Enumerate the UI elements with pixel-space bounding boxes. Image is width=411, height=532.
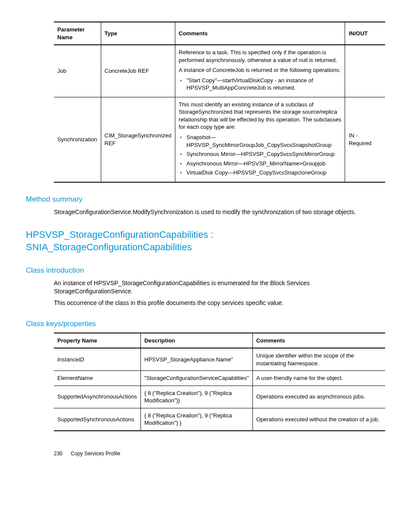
page-footer: 230 Copy Services Profile (54, 450, 385, 457)
cell-property-name: SupportedSynchronousActions (54, 408, 141, 431)
cell-comments: Reference to a task. This is specified o… (175, 45, 345, 97)
comments-text: This must identify an existing instance … (179, 101, 342, 131)
list-item: "Start Copy"—startVirtualDiskCopy - an i… (187, 77, 342, 92)
class-keys-heading: Class keys/properties (26, 319, 385, 329)
cell-inout (345, 45, 385, 97)
cell-property-name: ElementName (54, 371, 141, 386)
title-line-2: SNIA_StorageConfigurationCapabilities (26, 242, 192, 252)
cell-comments: Operations executed without the creation… (252, 408, 385, 431)
parameter-table: Parameter Name Type Comments IN/OUT Job … (54, 22, 385, 183)
cell-comments: A user-friendly name for the object. (252, 371, 385, 386)
cell-description: { 8 ("Replica Creation"), 9 ("Replica Mo… (141, 386, 253, 408)
comments-list: "Start Copy"—startVirtualDiskCopy - an i… (179, 77, 342, 92)
cell-inout: IN - Required (345, 97, 385, 182)
th-inout: IN/OUT (345, 22, 385, 45)
method-summary-heading: Method summary (26, 195, 385, 205)
cell-comments: Operations executed as asynchronous jobs… (252, 386, 385, 408)
list-item: Snapshot—HPSVSP_SyncMirrorGroupJob_CopyS… (187, 134, 342, 149)
property-table: Property Name Description Comments Insta… (54, 333, 385, 431)
cell-description: { 8 ("Replica Creation"), 9 ("Replica Mo… (141, 408, 253, 431)
cell-type: CIM_StorageSynchronized REF (101, 97, 175, 182)
th-comments: Comments (252, 333, 385, 348)
table-row: ElementName "StorageConfigurationService… (54, 371, 385, 386)
cell-property-name: InstanceID (54, 348, 141, 371)
title-line-1: HPSVSP_StorageConfigurationCapabilities … (26, 229, 213, 240)
footer-text: Copy Services Profile (71, 451, 120, 457)
table-header-row: Property Name Description Comments (54, 333, 385, 348)
cell-comments: Unique identifier within the scope of th… (252, 348, 385, 371)
class-intro-p2: This occurrence of the class in this pro… (54, 299, 385, 307)
th-type: Type (101, 22, 175, 45)
table-header-row: Parameter Name Type Comments IN/OUT (54, 22, 385, 45)
table-row: InstanceID HPSVSP_StorageAppliance.Name"… (54, 348, 385, 371)
table-row: Synchronization CIM_StorageSynchronized … (54, 97, 385, 182)
list-item: Asynchronous Mirror—HPSVSP_MirrorName>Gr… (187, 160, 342, 168)
table-row: SupportedAsynchronousActions { 8 ("Repli… (54, 386, 385, 408)
cell-type: ConcreteJob REF (101, 45, 175, 97)
list-item: VirtualDisk Copy—HPSVSP_CopySvcsSnapclon… (187, 169, 342, 177)
table-row: SupportedSynchronousActions { 8 ("Replic… (54, 408, 385, 431)
comments-text: A instance of ConcreteJob is returned or… (179, 66, 342, 74)
th-description: Description (141, 333, 253, 348)
list-item: Synchronous Mirror—HPSVSP_CopySvcsSyncMi… (187, 150, 342, 158)
cell-description: "StorageConfigurationServiceCapabilities… (141, 371, 253, 386)
th-property-name: Property Name (54, 333, 141, 348)
th-param-name: Parameter Name (54, 22, 101, 45)
cell-param-name: Job (54, 45, 101, 97)
page-number: 230 (54, 450, 69, 457)
table-row: Job ConcreteJob REF Reference to a task.… (54, 45, 385, 97)
method-summary-text: StorageConfigurationService.ModifySynchr… (54, 208, 385, 216)
th-comments: Comments (175, 22, 345, 45)
comments-text: Reference to a task. This is specified o… (179, 49, 342, 64)
class-intro-p1: An instance of HPSVSP_StorageConfigurati… (54, 279, 385, 296)
main-title: HPSVSP_StorageConfigurationCapabilities … (26, 228, 385, 254)
cell-description: HPSVSP_StorageAppliance.Name" (141, 348, 253, 371)
cell-param-name: Synchronization (54, 97, 101, 182)
comments-list: Snapshot—HPSVSP_SyncMirrorGroupJob_CopyS… (179, 134, 342, 177)
cell-comments: This must identify an existing instance … (175, 97, 345, 182)
class-intro-heading: Class introduction (26, 266, 385, 276)
cell-property-name: SupportedAsynchronousActions (54, 386, 141, 408)
